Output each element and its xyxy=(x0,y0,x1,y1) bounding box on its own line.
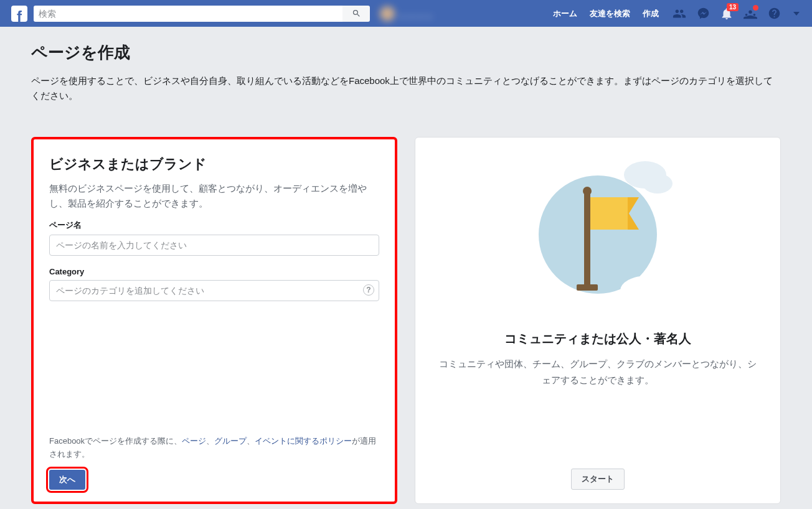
top-nav: f ＿＿＿＿ ホーム 友達を検索 作成 13 xyxy=(0,0,812,27)
card-community-desc: コミュニティや団体、チーム、グループ、クラブのメンバーとつながり、シェアすること… xyxy=(433,356,763,388)
community-illustration: コミュニティまたは公人・著名人 コミュニティや団体、チーム、グループ、クラブのメ… xyxy=(433,155,763,469)
option-cards: ビジネスまたはブランド 無料のビジネスページを使用して、顧客とつながり、オーディ… xyxy=(31,137,781,504)
legal-link-pages[interactable]: ページ xyxy=(182,436,206,446)
legal-link-events-policy[interactable]: イベントに関するポリシー xyxy=(255,436,352,446)
page-subtitle: ページを使用することで、ビジネスや自分自身、取り組んでいる活動などをFacebo… xyxy=(31,73,781,103)
next-button[interactable]: 次へ xyxy=(49,470,85,490)
svg-point-2 xyxy=(539,175,657,294)
card-community: コミュニティまたは公人・著名人 コミュニティや団体、チーム、グループ、クラブのメ… xyxy=(415,137,781,504)
svg-rect-3 xyxy=(584,192,590,286)
messenger-icon[interactable] xyxy=(696,7,710,21)
category-label: Category xyxy=(49,267,379,276)
facebook-logo[interactable]: f xyxy=(11,6,27,22)
search-button[interactable] xyxy=(342,6,370,22)
card-business-desc: 無料のビジネスページを使用して、顧客とつながり、オーディエンスを増やし、製品を紹… xyxy=(49,181,379,211)
category-input[interactable] xyxy=(49,280,379,301)
legal-link-groups[interactable]: グループ xyxy=(214,436,247,446)
nav-links: ホーム 友達を検索 作成 xyxy=(547,8,665,19)
legal-sep: 、 xyxy=(206,436,214,446)
svg-rect-5 xyxy=(577,284,598,291)
quick-help-icon[interactable] xyxy=(744,7,757,21)
account-menu-caret[interactable] xyxy=(793,12,800,16)
legal-sep: 、 xyxy=(247,436,255,446)
svg-point-1 xyxy=(643,174,673,194)
nav-create[interactable]: 作成 xyxy=(636,8,665,19)
svg-point-4 xyxy=(583,187,592,195)
page-name-label: ページ名 xyxy=(49,220,379,231)
notifications-icon[interactable]: 13 xyxy=(720,7,734,21)
search-icon xyxy=(352,9,361,18)
legal-prefix: Facebookでページを作成する際に、 xyxy=(49,436,182,446)
friend-requests-icon[interactable] xyxy=(673,7,686,21)
profile-name: ＿＿＿＿ xyxy=(399,8,433,19)
page-name-input[interactable] xyxy=(49,235,379,256)
avatar xyxy=(380,6,395,21)
quick-help-badge xyxy=(753,5,758,11)
flag-icon xyxy=(523,160,673,309)
legal-text: Facebookでページを作成する際に、ページ、グループ、イベントに関するポリシ… xyxy=(49,435,379,461)
svg-point-6 xyxy=(523,277,557,299)
start-button[interactable]: スタート xyxy=(571,469,625,490)
page-title: ページを作成 xyxy=(31,42,781,63)
search-input[interactable] xyxy=(34,6,342,22)
profile-link[interactable]: ＿＿＿＿ xyxy=(380,6,433,21)
card-community-title: コミュニティまたは公人・著名人 xyxy=(504,330,691,347)
card-business: ビジネスまたはブランド 無料のビジネスページを使用して、顧客とつながり、オーディ… xyxy=(31,137,397,504)
search-container xyxy=(34,6,370,22)
card-business-title: ビジネスまたはブランド xyxy=(49,155,379,174)
nav-icons: 13 xyxy=(673,7,805,21)
help-icon[interactable] xyxy=(767,7,781,21)
nav-find-friends[interactable]: 友達を検索 xyxy=(583,8,636,19)
nav-home[interactable]: ホーム xyxy=(547,8,583,19)
main-content: ページを作成 ページを使用することで、ビジネスや自分自身、取り組んでいる活動など… xyxy=(0,27,812,504)
notifications-badge: 13 xyxy=(727,3,739,11)
help-icon[interactable]: ? xyxy=(363,284,374,296)
